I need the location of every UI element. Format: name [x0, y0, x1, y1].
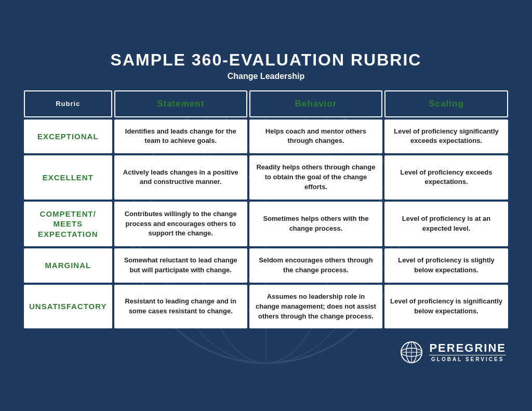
logo-text: PEREGRINE GLOBAL SERVICES — [429, 342, 506, 362]
page-container: SAMPLE 360-EVALUATION RUBRIC Change Lead… — [17, 41, 515, 370]
footer: PEREGRINE GLOBAL SERVICES — [17, 336, 515, 370]
table-row: EXCELLENTActively leads changes in a pos… — [24, 155, 508, 200]
table-row: MARGINALSomewhat reluctant to lead chang… — [24, 248, 508, 283]
behavior-cell-2: Sometimes helps others with the change p… — [249, 202, 382, 247]
rubric-cell-3: MARGINAL — [24, 248, 112, 283]
statement-cell-1: Actively leads changes in a positive and… — [114, 155, 247, 200]
rubric-table: Rubric Statement Behavior Scaling EXCEPT… — [22, 88, 510, 331]
table-row: COMPETENT/ MEETS EXPECTATIONContributes … — [24, 202, 508, 247]
logo-sub: GLOBAL SERVICES — [429, 356, 506, 362]
header-behavior: Behavior — [249, 90, 382, 117]
statement-cell-4: Resistant to leading change and in some … — [114, 285, 247, 329]
page-subtitle: Change Leadership — [17, 72, 515, 88]
behavior-cell-4: Assumes no leadership role in change man… — [249, 285, 382, 329]
scaling-cell-4: Level of proficiency is significantly be… — [384, 285, 508, 329]
behavior-cell-0: Helps coach and mentor others through ch… — [249, 120, 382, 154]
behavior-cell-3: Seldom encourages others through the cha… — [249, 248, 382, 283]
main-content: SAMPLE 360-EVALUATION RUBRIC Change Lead… — [17, 41, 515, 370]
table-header-row: Rubric Statement Behavior Scaling — [24, 90, 508, 117]
scaling-cell-1: Level of proficiency exceeds expectation… — [384, 155, 508, 200]
statement-cell-3: Somewhat reluctant to lead change but wi… — [114, 248, 247, 283]
rubric-cell-4: UNSATISFACTORY — [24, 285, 112, 329]
table-row: UNSATISFACTORYResistant to leading chang… — [24, 285, 508, 329]
header-scaling: Scaling — [384, 90, 508, 117]
logo-globe-icon — [399, 340, 424, 365]
table-row: EXCEPTIONALIdentifies and leads change f… — [24, 120, 508, 154]
statement-cell-2: Contributes willingly to the change proc… — [114, 202, 247, 247]
rubric-cell-0: EXCEPTIONAL — [24, 120, 112, 154]
scaling-cell-0: Level of proficiency significantly excee… — [384, 120, 508, 154]
scaling-cell-3: Level of proficiency is slightly below e… — [384, 248, 508, 283]
behavior-cell-1: Readily helps others through change to o… — [249, 155, 382, 200]
header-rubric: Rubric — [24, 90, 112, 117]
header-statement: Statement — [114, 90, 247, 117]
page-title: SAMPLE 360-EVALUATION RUBRIC — [17, 41, 515, 72]
statement-cell-0: Identifies and leads change for the team… — [114, 120, 247, 154]
rubric-cell-1: EXCELLENT — [24, 155, 112, 200]
logo-name: PEREGRINE — [429, 342, 506, 354]
logo-divider — [429, 355, 506, 355]
table-wrapper: Rubric Statement Behavior Scaling EXCEPT… — [17, 88, 515, 336]
rubric-cell-2: COMPETENT/ MEETS EXPECTATION — [24, 202, 112, 247]
scaling-cell-2: Level of proficiency is at an expected l… — [384, 202, 508, 247]
